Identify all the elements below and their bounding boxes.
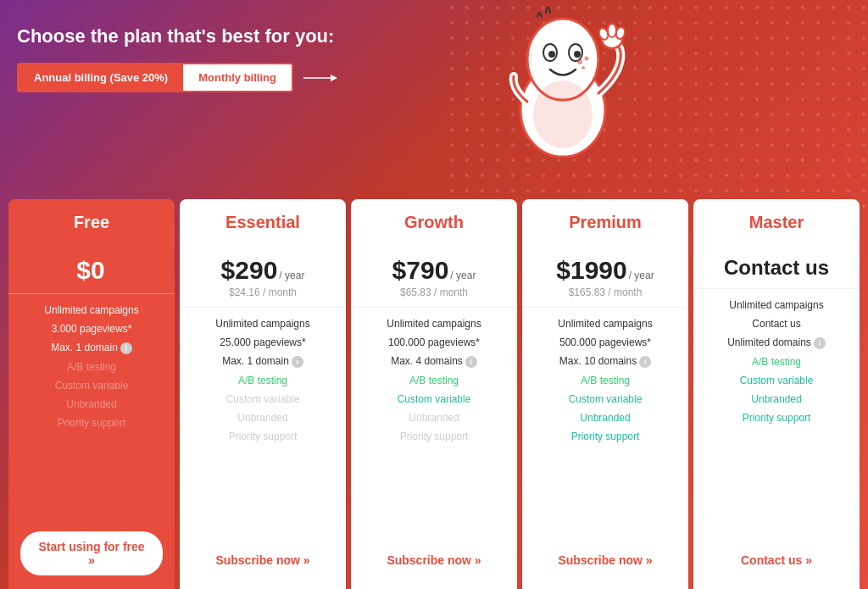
contact-us-price: Contact us [702,256,851,280]
info-icon: i [292,356,303,368]
feature-item-premium-6: Priority support [534,431,676,442]
info-icon: i [120,342,132,354]
price-main-free: $0 [76,256,104,285]
feature-item-free-4: Custom variable [20,380,163,392]
billing-toggle-wrapper: Annual billing (Save 20%) Monthly billin… [17,63,851,92]
plan-price-growth: $790/ year$65.83 / month [351,242,517,308]
price-main-growth: $790 [392,256,449,285]
cta-button-free[interactable]: Start using for free » [20,531,163,575]
svg-point-7 [574,51,581,58]
feature-item-growth-5: Unbranded [363,412,505,424]
price-period-growth: / year [450,269,476,281]
feature-item-essential-0: Unlimited campaigns [192,318,334,330]
plans-container: Free$0Unlimited campaigns3.000 pageviews… [0,199,868,589]
feature-item-growth-6: Priority support [363,431,505,442]
svg-point-15 [533,81,593,148]
plan-footer-master: Contact us » [693,536,860,589]
plan-card-essential: Essential$290/ year$24.16 / monthUnlimit… [180,199,346,589]
header-section: Choose the plan that's best for you: Ann… [0,0,868,101]
mascot [495,0,631,161]
page-title: Choose the plan that's best for you: [17,25,851,47]
plan-features-essential: Unlimited campaigns25.000 pageviews*Max.… [180,308,346,536]
feature-item-premium-3: A/B testing [534,375,676,386]
plan-price-free: $0 [8,242,175,294]
plan-features-growth: Unlimited campaigns100.000 pageviews*Max… [351,308,517,536]
plan-footer-growth: Subscribe now » [351,536,517,589]
feature-item-premium-0: Unlimited campaigns [534,318,676,330]
plan-features-master: Unlimited campaignsContact usUnlimited d… [693,289,860,536]
plan-name-essential: Essential [188,213,337,232]
plan-header-growth: Growth [351,199,517,242]
feature-item-free-6: Priority support [20,417,163,429]
feature-item-essential-4: Custom variable [192,393,334,405]
feature-item-premium-2: Max. 10 domainsi [534,355,676,368]
feature-item-free-5: Unbranded [20,398,163,410]
feature-item-essential-2: Max. 1 domaini [192,355,334,368]
feature-item-free-2: Max. 1 domaini [20,342,163,354]
plan-footer-essential: Subscribe now » [180,536,346,589]
price-monthly-essential: $24.16 / month [188,286,337,298]
plan-header-premium: Premium [522,199,688,242]
feature-item-growth-3: A/B testing [363,375,505,386]
feature-item-growth-0: Unlimited campaigns [363,318,505,330]
price-main-essential: $290 [221,256,278,285]
feature-item-free-1: 3.000 pageviews* [20,323,163,335]
plan-card-free: Free$0Unlimited campaigns3.000 pageviews… [8,199,175,589]
feature-item-master-2: Unlimited domainsi [705,336,848,349]
cta-button-master[interactable]: Contact us » [724,545,829,575]
arrow-icon [303,71,337,85]
cta-button-premium[interactable]: Subscribe now » [541,545,669,575]
svg-marker-1 [331,75,337,81]
mascot-svg [495,0,631,161]
plan-card-growth: Growth$790/ year$65.83 / monthUnlimited … [351,199,517,589]
feature-item-master-5: Unbranded [705,393,848,405]
feature-item-premium-1: 500.000 pageviews* [534,336,676,348]
price-period-premium: / year [629,269,654,281]
feature-item-essential-6: Priority support [192,431,334,442]
feature-item-master-0: Unlimited campaigns [705,299,848,311]
cta-button-growth[interactable]: Subscribe now » [370,545,498,575]
plan-card-premium: Premium$1990/ year$165.83 / monthUnlimit… [522,199,688,589]
monthly-billing-button[interactable]: Monthly billing [183,64,292,91]
plan-features-free: Unlimited campaigns3.000 pageviews*Max. … [8,294,175,523]
svg-point-13 [608,24,616,37]
svg-point-10 [581,66,585,69]
price-main-premium: $1990 [556,256,626,285]
arrow-indicator [303,71,337,85]
cta-button-essential[interactable]: Subscribe now » [198,545,326,575]
plan-footer-premium: Subscribe now » [522,536,688,589]
svg-point-8 [577,59,582,64]
plan-price-master: Contact us [693,242,860,289]
feature-item-premium-5: Unbranded [534,412,676,424]
plan-footer-free: Start using for free » [8,523,175,589]
price-monthly-growth: $65.83 / month [359,286,509,298]
info-icon: i [465,356,477,368]
plan-name-growth: Growth [359,213,509,232]
annual-billing-button[interactable]: Annual billing (Save 20%) [19,64,183,91]
feature-item-essential-5: Unbranded [192,412,334,424]
plan-card-master: MasterContact usUnlimited campaignsConta… [693,199,860,589]
plan-name-master: Master [702,213,851,232]
feature-item-free-0: Unlimited campaigns [20,304,163,316]
feature-item-premium-4: Custom variable [534,393,676,405]
billing-toggle: Annual billing (Save 20%) Monthly billin… [17,63,293,92]
plan-price-premium: $1990/ year$165.83 / month [522,242,688,308]
feature-item-free-3: A/B testing [20,361,163,373]
feature-item-essential-3: A/B testing [192,375,334,386]
plan-header-master: Master [693,199,860,242]
svg-point-6 [548,51,555,58]
price-monthly-premium: $165.83 / month [531,286,680,298]
feature-item-growth-2: Max. 4 domainsi [363,355,505,368]
plan-header-free: Free [8,199,175,242]
plan-features-premium: Unlimited campaigns500.000 pageviews*Max… [522,308,688,536]
info-icon: i [814,337,826,349]
info-icon: i [639,356,651,368]
feature-item-growth-4: Custom variable [363,393,505,405]
plan-name-premium: Premium [531,213,680,232]
plan-name-free: Free [17,213,166,232]
plan-header-essential: Essential [180,199,346,242]
price-period-essential: / year [279,269,304,281]
feature-item-essential-1: 25.000 pageviews* [192,336,334,348]
feature-item-master-1: Contact us [705,318,848,330]
feature-item-growth-1: 100.000 pageviews* [363,336,505,348]
